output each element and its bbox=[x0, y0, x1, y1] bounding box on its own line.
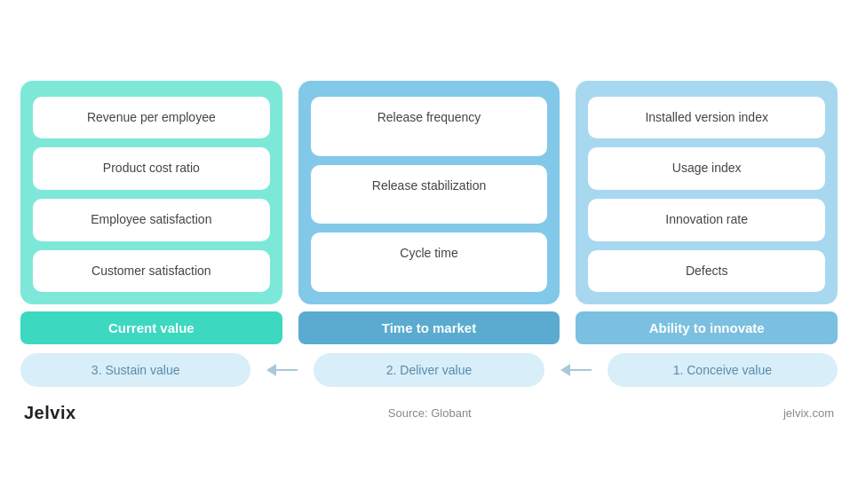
label-ability-to-innovate: Ability to innovate bbox=[576, 311, 838, 344]
arrows-row: 3. Sustain value2. Deliver value1. Conce… bbox=[20, 353, 838, 387]
arrow-connector-0 bbox=[266, 364, 298, 376]
footer-row: Jelvix Source: Globant jelvix.com bbox=[20, 403, 838, 423]
brand-logo: Jelvix bbox=[24, 403, 76, 423]
website-url: jelvix.com bbox=[783, 406, 834, 420]
card-ability-to-innovate-0: Installed version index bbox=[588, 97, 825, 139]
labels-row: Current valueTime to marketAbility to in… bbox=[20, 311, 838, 344]
card-current-value-3: Customer satisfaction bbox=[33, 250, 270, 293]
source-text: Source: Globant bbox=[388, 406, 472, 420]
card-time-to-market-0: Release frequency bbox=[311, 97, 548, 156]
card-time-to-market-1: Release stabilization bbox=[311, 165, 548, 224]
column-current-value: Revenue per employeeProduct cost ratioEm… bbox=[20, 81, 282, 304]
columns-row: Revenue per employeeProduct cost ratioEm… bbox=[20, 81, 838, 304]
column-time-to-market: Release frequencyRelease stabilizationCy… bbox=[298, 81, 560, 304]
arrow-pill-0: 3. Sustain value bbox=[20, 353, 250, 387]
arrow-connector-1 bbox=[560, 364, 592, 376]
card-ability-to-innovate-2: Innovation rate bbox=[588, 199, 825, 241]
label-current-value: Current value bbox=[20, 311, 282, 344]
main-container: Revenue per employeeProduct cost ratioEm… bbox=[20, 81, 838, 423]
card-current-value-2: Employee satisfaction bbox=[33, 199, 270, 241]
card-time-to-market-2: Cycle time bbox=[311, 232, 548, 292]
card-current-value-1: Product cost ratio bbox=[33, 147, 270, 190]
label-time-to-market: Time to market bbox=[298, 311, 560, 344]
card-current-value-0: Revenue per employee bbox=[33, 97, 270, 139]
column-ability-to-innovate: Installed version indexUsage indexInnova… bbox=[576, 81, 838, 304]
arrow-pill-2: 1. Conceive value bbox=[608, 353, 838, 387]
arrow-pill-1: 2. Deliver value bbox=[314, 353, 544, 387]
card-ability-to-innovate-1: Usage index bbox=[588, 147, 825, 190]
card-ability-to-innovate-3: Defects bbox=[588, 250, 825, 293]
